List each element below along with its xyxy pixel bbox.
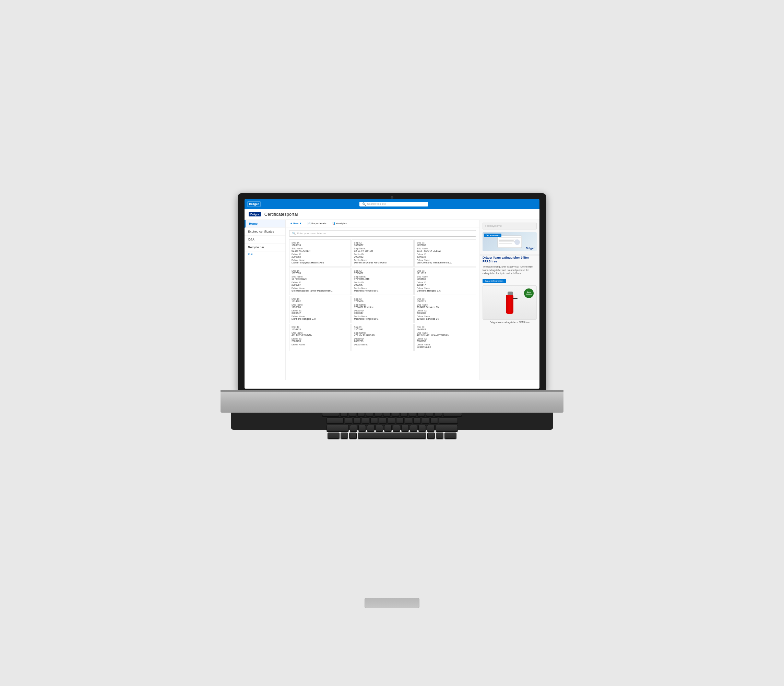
search-input: Enter your search terms... — [297, 232, 328, 235]
search-input-icon: 🔍 — [292, 232, 296, 235]
key-c — [367, 425, 374, 431]
record-card-11[interactable]: Ship ID: 1143382 Ship Name: 472 MV NIEUW… — [414, 324, 476, 351]
key-semi — [422, 417, 430, 424]
keyboard-row-5 — [234, 425, 550, 431]
product-image: Pure Nature — [483, 285, 537, 320]
svg-rect-5 — [499, 243, 512, 243]
key-comma — [410, 425, 417, 431]
record-card-5[interactable]: Ship ID: 1711813 Ship Name: 1793669 Debt… — [414, 268, 476, 295]
key-shift-r — [436, 425, 458, 431]
promo-image: Our approvals — [483, 232, 537, 251]
record-card-0[interactable]: Ship ID: 1669074 Ship Name: 02-18-YK JOK… — [289, 239, 351, 267]
laptop-bezel: Dräger 🔍 Search this site Dräger Certifi… — [238, 193, 546, 392]
page-details-button[interactable]: 📄 Page details — [306, 221, 328, 226]
record-card-2[interactable]: Ship ID: 1237100 Ship Name: 0312 - COSTA… — [414, 239, 476, 267]
new-button[interactable]: + New ▼ — [289, 221, 303, 226]
svg-rect-3 — [499, 240, 514, 241]
promo-badge: Our approvals — [484, 234, 501, 237]
key-enter2 — [439, 417, 458, 424]
ext-hose — [513, 298, 518, 299]
record-card-3[interactable]: Ship ID: 1677593 Ship Name: 17 FEBRUARI … — [289, 268, 351, 295]
key-a — [345, 417, 352, 424]
key-caps — [327, 417, 344, 424]
sidebar-item-home[interactable]: Home — [245, 220, 285, 228]
laptop-container: Dräger 🔍 Search this site Dräger Certifi… — [220, 193, 564, 493]
promo-description: The foam extinguisher is a (PFAS) fluori… — [483, 265, 537, 275]
keyboard-row-4 — [234, 417, 550, 424]
promo-text-section: Dräger foam extinguisher 9 liter PFAS fr… — [483, 256, 537, 284]
key-ctrl-r — [444, 433, 456, 439]
key-n — [393, 425, 400, 431]
sidebar-item-expired-certificates[interactable]: Expired certificates — [245, 228, 285, 236]
record-card-1[interactable]: Ship ID: 1668877 Ship Name: 02-18-YK JOK… — [351, 239, 413, 267]
key-cmd — [436, 433, 443, 439]
browser-search-text: Search this site — [367, 203, 386, 206]
drager-logo: Dräger — [249, 212, 261, 216]
key-x — [358, 425, 366, 431]
chevron-down-icon: ▼ — [299, 222, 302, 225]
key-d — [362, 417, 369, 424]
record-card-7[interactable]: Ship ID: 1710666 Ship Name: 1794032 Reef… — [351, 296, 413, 323]
key-ctrl-l — [328, 433, 340, 439]
key-s — [353, 417, 361, 424]
key-m — [401, 425, 409, 431]
record-card-10[interactable]: Ship ID: 1305581 Ship Name: 471 MV EUROD… — [351, 324, 413, 351]
search-box[interactable]: 🔍 Enter your search terms... — [289, 230, 476, 237]
key-alt-r — [427, 433, 435, 439]
record-card-8[interactable]: Ship ID: 1662721 Ship Name: 3D NOT Servi… — [414, 296, 476, 323]
key-slash — [427, 425, 434, 431]
nature-badge: Pure Nature — [524, 289, 534, 298]
sp-page-inner: 🔍 Enter your search terms... Ship ID: 16… — [286, 227, 479, 354]
analytics-icon: 📊 — [332, 222, 335, 225]
sp-right-panel: Folkssysteme Our approvals — [479, 220, 539, 380]
browser-search-bar[interactable]: 🔍 Search this site — [359, 202, 428, 206]
key-quote — [430, 417, 438, 424]
ext-body — [506, 295, 513, 314]
fire-extinguisher-visual — [506, 292, 513, 314]
page-icon: 📄 — [307, 222, 311, 225]
command-bar: + New ▼ 📄 Page details 📊 Analytics — [286, 220, 479, 227]
product-caption: Dräger foam extinguisher - PFAS free — [483, 321, 537, 323]
keyboard-row-6 — [234, 433, 550, 439]
svg-rect-4 — [499, 242, 515, 242]
key-z — [350, 425, 358, 431]
record-card-4[interactable]: Ship ID: 1710662 Ship Name: 17 FEBRUARI … — [351, 268, 413, 295]
ext-top — [508, 292, 513, 295]
browser-search-icon: 🔍 — [362, 203, 366, 206]
key-fn — [341, 433, 348, 439]
sidebar-edit-link[interactable]: Edit — [245, 252, 285, 257]
drager-watermark: Dräger — [526, 247, 535, 250]
sp-content: Home Expired certificates Q&A Recycle bi… — [245, 220, 539, 380]
key-alt-l — [349, 433, 357, 439]
right-panel-search[interactable]: Folkssysteme — [483, 223, 537, 229]
key-b — [384, 425, 392, 431]
sp-sidebar: Home Expired certificates Q&A Recycle bi… — [245, 220, 286, 380]
promo-img-box: Our approvals — [483, 232, 537, 251]
key-space — [358, 433, 426, 439]
more-info-button[interactable]: More information — [483, 279, 506, 283]
promo-title: Dräger foam extinguisher 9 liter PFAS fr… — [483, 256, 537, 264]
key-g — [379, 417, 387, 424]
laptop-screen: Dräger 🔍 Search this site Dräger Certifi… — [245, 199, 539, 389]
records-grid: Ship ID: 1669074 Ship Name: 02-18-YK JOK… — [289, 239, 476, 351]
plus-icon: + — [291, 222, 292, 225]
sp-header: Dräger Certificatesportal — [245, 209, 539, 220]
key-f — [371, 417, 378, 424]
key-h — [387, 417, 395, 424]
key-v — [376, 425, 383, 431]
laptop-camera — [390, 196, 394, 199]
drager-logo-box: Dräger — [249, 212, 261, 216]
svg-rect-2 — [499, 239, 516, 239]
key-k — [405, 417, 412, 424]
sp-main: + New ▼ 📄 Page details 📊 Analytics — [286, 220, 539, 380]
record-card-9[interactable]: Ship ID: 1154333 Ship Name: 481 MV VEEND… — [289, 324, 351, 351]
analytics-button[interactable]: 📊 Analytics — [331, 221, 348, 226]
sp-page-content: + New ▼ 📄 Page details 📊 Analytics — [286, 220, 479, 380]
sidebar-item-recycle-bin[interactable]: Recycle bin — [245, 243, 285, 252]
sidebar-item-qa[interactable]: Q&A — [245, 236, 285, 243]
svg-rect-1 — [499, 237, 521, 238]
laptop-base — [220, 392, 564, 413]
laptop-touchpad[interactable] — [364, 598, 420, 608]
key-shift-l — [327, 425, 349, 431]
record-card-6[interactable]: Ship ID: 1714302 Ship Name: 1790886 Debt… — [289, 296, 351, 323]
